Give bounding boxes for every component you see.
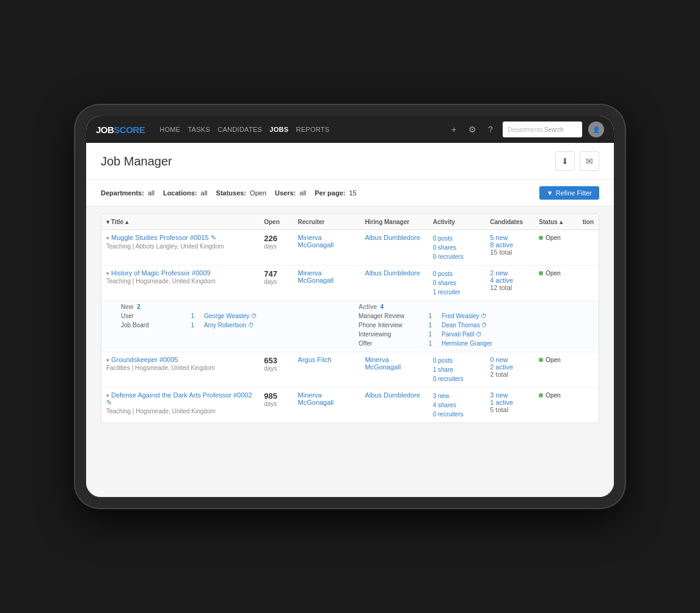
activity-shares: 1 share [433,365,480,374]
job-open-cell: 985 days [259,388,293,423]
table-row: ▾Muggle Studies Professor #0015 ✎ Teachi… [101,230,599,266]
expand-section-new: New 2 [121,301,356,311]
days-label: days [264,243,288,250]
activity-shares: 4 shares [433,401,480,410]
cand-new: 0 new [490,356,529,363]
person-link[interactable]: Hermione Granger [442,340,492,347]
logo: JOBSCORE [96,125,145,135]
job-activity-cell: 0 posts 0 shares 0 recruiters [428,230,485,266]
job-title-link[interactable]: History of Magic Professor #0009 [111,269,211,277]
person-link[interactable]: Dean Thomas ⏱ [442,322,487,328]
status-text: Open [545,392,560,399]
nav-candidates[interactable]: CANDIDATES [217,125,262,134]
search-placeholder: Departments: [508,126,544,133]
recruiter-link[interactable]: Minerva McGonagall [298,269,334,284]
status-badge: Open [539,234,560,241]
job-hiring-cell: Minerva McGonagall [360,352,428,388]
logo-score: SCORE [114,125,145,135]
person-link[interactable]: Parvati Patil ⏱ [442,331,482,338]
stage-label: User [121,313,182,319]
recruiter-link[interactable]: Minerva McGonagall [298,234,334,248]
job-title-cell: ▾Groundskeeper #0005 Facilities | Hogsme… [101,352,259,388]
days-number: 653 [264,356,288,365]
expand-chevron[interactable]: ▾ [106,270,109,277]
days-number: 747 [264,269,288,278]
expand-chevron[interactable]: ▾ [106,357,109,363]
nav-tasks[interactable]: TASKS [188,125,210,134]
download-button[interactable]: ⬇ [555,151,575,171]
activity-posts: 3 new [433,391,480,401]
job-action-cell [578,388,599,423]
job-open-cell: 226 days [259,230,293,266]
activity-recruiters: 0 recruiters [433,252,480,261]
users-label: Users: [275,189,296,197]
job-hiring-cell: Albus Dumbledore [360,266,428,301]
stage-label: Offer [359,340,420,347]
hiring-manager-link[interactable]: Albus Dumbledore [365,391,420,399]
search-box[interactable]: Departments: Search [503,122,582,137]
filter-icon: ▼ [547,189,553,197]
list-item: Job Board 1 Amy Robertson ⏱ [121,321,356,330]
email-button[interactable]: ✉ [580,151,599,171]
days-number: 985 [264,391,288,401]
add-icon[interactable]: + [448,123,460,136]
hiring-manager-link[interactable]: Albus Dumbledore [365,234,420,241]
col-recruiter: Recruiter [293,214,360,230]
stage-count: 1 [420,322,432,328]
nav-jobs[interactable]: JOBS [269,125,288,134]
job-subtitle: Teaching | Abbots Langley, United Kingdo… [106,243,254,250]
status-dot [539,236,543,240]
hiring-manager-link[interactable]: Minerva McGonagall [365,356,401,371]
hiring-manager-link[interactable]: Albus Dumbledore [365,269,420,277]
expand-chevron[interactable]: ▾ [106,235,109,241]
loc-val[interactable]: all [201,189,208,197]
job-recruiter-cell: Argus Filch [293,352,360,388]
nav-reports[interactable]: REPORTS [296,125,329,134]
navbar: JOBSCORE HOME TASKS CANDIDATES JOBS REPO… [86,116,614,143]
job-title-cell: ▾Defense Against the Dark Arts Professor… [101,388,259,423]
person-link[interactable]: George Weasley ⏱ [204,313,257,319]
job-status-cell: Open [534,388,577,423]
job-candidates-cell: 0 new 2 active 2 total [485,352,534,388]
col-hiring: Hiring Manager [360,214,428,230]
job-open-cell: 653 days [259,352,293,388]
col-title[interactable]: ▾ Title ▴ [101,214,259,230]
refine-label: Refine Filter [556,189,592,197]
loc-label: Locations: [163,189,197,197]
table-row: ▾Defense Against the Dark Arts Professor… [101,388,599,423]
job-title-link[interactable]: Groundskeeper #0005 [111,356,178,363]
avatar[interactable]: 👤 [588,122,604,137]
activity-recruiters: 0 recruiters [433,374,480,383]
jobs-table: ▾ Title ▴ Open Recruiter Hiring Manager … [101,214,599,423]
job-activity-cell: 3 new 4 shares 0 recruiters [428,388,485,423]
person-link[interactable]: Amy Robertson ⏱ [204,322,254,328]
dept-val[interactable]: all [148,189,155,197]
status-badge: Open [539,392,560,399]
refine-filter-button[interactable]: ▼ Refine Filter [539,186,599,200]
col-status[interactable]: Status ▴ [534,214,577,230]
job-activity-cell: 0 posts 0 shares 1 recruiter [428,266,485,301]
job-title-link[interactable]: Muggle Studies Professor #0015 ✎ [111,234,216,241]
header-actions: ⬇ ✉ [555,151,599,171]
help-icon[interactable]: ? [484,123,497,136]
job-hiring-cell: Albus Dumbledore [360,230,428,266]
gear-icon[interactable]: ⚙ [466,123,478,136]
users-val[interactable]: all [299,189,306,197]
recruiter-link[interactable]: Minerva McGonagall [298,391,334,406]
recruiter-link[interactable]: Argus Filch [298,356,332,363]
list-item: Manager Review 1 Fred Weasley ⏱ [359,311,594,321]
stage-count: 1 [182,322,194,328]
cand-active: 4 active [490,277,529,284]
cand-new: 3 new [490,391,529,399]
activity-shares: 0 shares [433,243,480,252]
nav-home[interactable]: HOME [159,125,180,134]
days-label: days [264,278,288,285]
expand-chevron[interactable]: ▾ [106,393,109,399]
activity-posts: 0 posts [433,269,480,278]
person-link[interactable]: Fred Weasley ⏱ [442,313,487,319]
perpage-val[interactable]: 15 [349,189,356,197]
status-val[interactable]: Open [250,189,266,197]
cand-total: 2 total [490,371,529,378]
days-number: 226 [264,234,288,243]
job-title-link[interactable]: Defense Against the Dark Arts Professor … [106,391,252,406]
